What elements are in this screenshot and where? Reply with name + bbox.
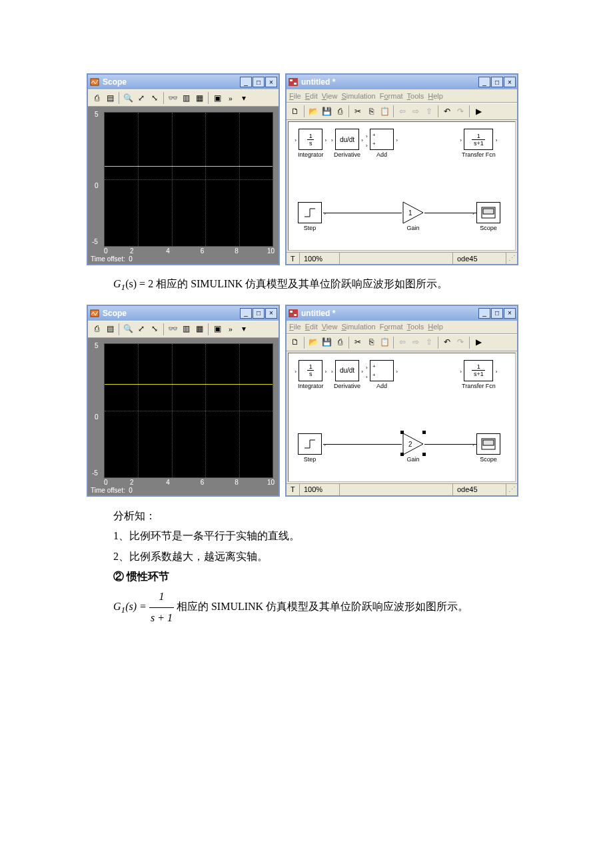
menu-edit[interactable]: Edit	[305, 323, 318, 331]
close-button[interactable]: ×	[504, 308, 516, 319]
dropdown-icon[interactable]: ▾	[238, 323, 250, 335]
minimize-button[interactable]: _	[240, 308, 252, 319]
step-block[interactable]: › Step	[298, 202, 322, 231]
integrator-block[interactable]: ›1s› Integrator	[298, 129, 324, 158]
up-icon[interactable]: ⇧	[423, 337, 435, 349]
restore-axes-icon[interactable]: ▦	[193, 323, 205, 335]
simulink-titlebar[interactable]: untitled * _ □ ×	[287, 306, 517, 321]
model-canvas[interactable]: ›1s› Integrator ›du/dt› Derivative ››++›…	[288, 353, 516, 482]
add-block[interactable]: ››++› Add	[370, 129, 394, 158]
menu-tools[interactable]: Tools	[407, 92, 424, 100]
menu-view[interactable]: View	[322, 323, 338, 331]
save-axes-icon[interactable]: ▥	[180, 323, 192, 335]
menu-help[interactable]: Help	[428, 323, 443, 331]
selection-handle[interactable]	[422, 431, 426, 434]
zoom-xy-icon[interactable]: 🔍	[122, 92, 134, 104]
scope-titlebar[interactable]: Scope _ □ ×	[88, 75, 279, 89]
open-icon[interactable]: 📂	[307, 105, 319, 117]
step-block[interactable]: › Step	[298, 433, 322, 463]
maximize-button[interactable]: □	[491, 77, 503, 87]
zoom-y-icon[interactable]: ⤡	[149, 323, 161, 335]
menu-simulation[interactable]: Simulation	[341, 92, 375, 100]
float-icon[interactable]: ▣	[211, 323, 223, 335]
autoscale-icon[interactable]: 👓	[167, 92, 179, 104]
cut-icon[interactable]: ✂	[352, 337, 364, 349]
forward-icon[interactable]: ⇨	[410, 105, 422, 117]
paste-icon[interactable]: 📋	[378, 105, 390, 117]
undo-icon[interactable]: ↶	[441, 337, 453, 349]
print-icon[interactable]: ⎙	[91, 92, 103, 104]
copy-icon[interactable]: ⎘	[365, 337, 377, 349]
redo-icon[interactable]: ↷	[454, 105, 466, 117]
minimize-button[interactable]: _	[240, 77, 252, 87]
back-icon[interactable]: ⇦	[396, 105, 408, 117]
print-icon[interactable]: ⎙	[334, 105, 346, 117]
new-icon[interactable]: 🗋	[289, 105, 301, 117]
up-icon[interactable]: ⇧	[423, 105, 435, 117]
dropdown-icon[interactable]: ▾	[238, 92, 250, 104]
transfer-fcn-block[interactable]: ›1s+1› Transfer Fcn	[462, 129, 496, 158]
transfer-fcn-block[interactable]: ›1s+1› Transfer Fcn	[462, 360, 496, 389]
integrator-block[interactable]: ›1s› Integrator	[298, 360, 324, 389]
model-canvas[interactable]: ›1s› Integrator ›du/dt› Derivative ››++›…	[288, 121, 516, 251]
selection-handle[interactable]	[400, 453, 404, 456]
scope-block[interactable]: › Scope	[476, 202, 500, 231]
float-icon[interactable]: ▣	[211, 92, 223, 104]
new-icon[interactable]: 🗋	[289, 337, 301, 349]
zoom-x-icon[interactable]: ⤢	[135, 92, 147, 104]
menu-file[interactable]: File	[289, 92, 301, 100]
chevron-right-icon[interactable]: »	[225, 323, 237, 335]
menu-tools[interactable]: Tools	[407, 323, 424, 331]
chevron-right-icon[interactable]: »	[225, 92, 237, 104]
selection-handle[interactable]	[422, 453, 426, 456]
play-icon[interactable]: ▶	[472, 105, 484, 117]
autoscale-icon[interactable]: 👓	[167, 323, 179, 335]
back-icon[interactable]: ⇦	[396, 337, 408, 349]
zoom-y-icon[interactable]: ⤡	[149, 92, 161, 104]
redo-icon[interactable]: ↷	[454, 337, 466, 349]
menu-edit[interactable]: Edit	[305, 92, 318, 100]
zoom-x-icon[interactable]: ⤢	[135, 323, 147, 335]
menu-format[interactable]: Format	[380, 323, 403, 331]
minimize-button[interactable]: _	[478, 77, 490, 87]
scope-plot[interactable]	[104, 112, 273, 247]
undo-icon[interactable]: ↶	[441, 105, 453, 117]
menu-help[interactable]: Help	[428, 92, 443, 100]
play-icon[interactable]: ▶	[472, 337, 484, 349]
paste-icon[interactable]: 📋	[378, 337, 390, 349]
params-icon[interactable]: ▤	[104, 323, 116, 335]
menu-file[interactable]: File	[289, 323, 301, 331]
restore-axes-icon[interactable]: ▦	[193, 92, 205, 104]
save-icon[interactable]: 💾	[320, 105, 332, 117]
gain-block[interactable]: 1 Gain	[402, 201, 424, 231]
scope-block[interactable]: › Scope	[476, 433, 500, 463]
print-icon[interactable]: ⎙	[91, 323, 103, 335]
params-icon[interactable]: ▤	[104, 92, 116, 104]
minimize-button[interactable]: _	[478, 308, 490, 319]
forward-icon[interactable]: ⇨	[410, 337, 422, 349]
maximize-button[interactable]: □	[253, 77, 265, 87]
close-button[interactable]: ×	[265, 308, 277, 319]
maximize-button[interactable]: □	[253, 308, 265, 319]
maximize-button[interactable]: □	[491, 308, 503, 319]
menu-format[interactable]: Format	[380, 92, 403, 100]
save-axes-icon[interactable]: ▥	[180, 92, 192, 104]
open-icon[interactable]: 📂	[307, 337, 319, 349]
gain-block-selected[interactable]: 2 Gain	[402, 432, 424, 463]
scope-plot[interactable]	[104, 343, 273, 478]
selection-handle[interactable]	[400, 431, 404, 434]
add-block[interactable]: ››++› Add	[370, 360, 394, 389]
derivative-block[interactable]: ›du/dt› Derivative	[334, 129, 360, 158]
menu-view[interactable]: View	[322, 92, 338, 100]
scope-titlebar[interactable]: Scope _ □ ×	[88, 306, 279, 321]
zoom-xy-icon[interactable]: 🔍	[122, 323, 134, 335]
close-button[interactable]: ×	[265, 77, 277, 87]
copy-icon[interactable]: ⎘	[365, 105, 377, 117]
derivative-block[interactable]: ›du/dt› Derivative	[334, 360, 360, 389]
simulink-titlebar[interactable]: untitled * _ □ ×	[287, 75, 517, 89]
close-button[interactable]: ×	[504, 77, 516, 87]
save-icon[interactable]: 💾	[320, 337, 332, 349]
menu-simulation[interactable]: Simulation	[341, 323, 375, 331]
cut-icon[interactable]: ✂	[352, 105, 364, 117]
print-icon[interactable]: ⎙	[334, 337, 346, 349]
